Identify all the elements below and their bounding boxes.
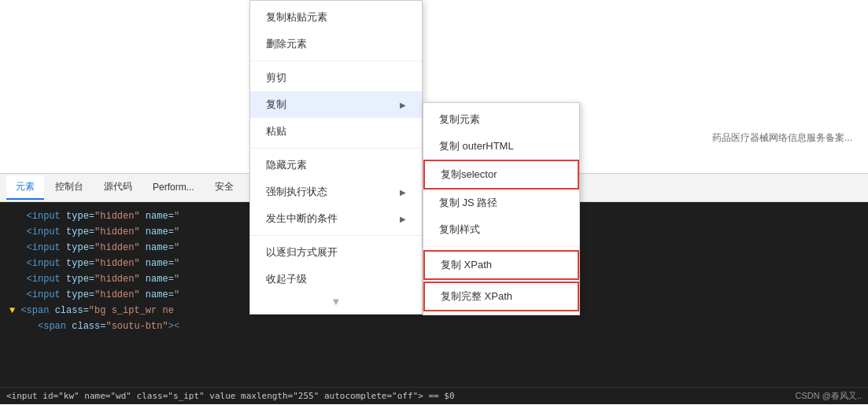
tab-elements[interactable]: 元素 <box>6 175 44 200</box>
tab-sources[interactable]: 源代码 <box>94 175 142 200</box>
submenu-arrow-copy: ▶ <box>400 101 406 109</box>
menu-item-copy-outerhtml[interactable]: 复制 outerHTML <box>423 133 579 160</box>
scroll-down-indicator: ▼ <box>250 293 422 311</box>
tab-console[interactable]: 控制台 <box>46 175 93 200</box>
menu-item-delete[interactable]: 删除元素 <box>250 31 422 57</box>
tab-performance[interactable]: Perform... <box>143 177 204 199</box>
menu-item-copy[interactable]: 复制 ▶ <box>250 91 422 118</box>
menu-item-copy-full-xpath[interactable]: 复制完整 XPath <box>423 282 579 311</box>
code-line-8: <span class="soutu-btn">< <box>9 318 859 334</box>
tab-security[interactable]: 安全 <box>205 175 243 200</box>
menu-item-expand[interactable]: 以逐归方式展开 <box>250 239 422 266</box>
breadcrumb: <input id="kw" name="wd" class="s_ipt" v… <box>6 391 792 401</box>
devtools-status-bar: <input id="kw" name="wd" class="s_ipt" v… <box>0 387 868 404</box>
context-menu-secondary: 复制元素 复制 outerHTML 复制selector 复制 JS 路径 复制… <box>423 102 580 315</box>
menu-divider-1 <box>250 61 422 61</box>
menu-item-copy-styles[interactable]: 复制样式 <box>423 216 579 243</box>
secondary-menu-divider <box>423 246 579 247</box>
menu-item-hide[interactable]: 隐藏元素 <box>250 152 422 179</box>
context-menu-primary: 复制粘贴元素 删除元素 剪切 复制 ▶ 粘贴 隐藏元素 强制执行状态 ▶ 发生中… <box>249 0 423 315</box>
menu-item-copy-paste[interactable]: 复制粘贴元素 <box>250 4 422 31</box>
csdn-watermark: CSDN @春风又.. <box>795 390 862 402</box>
submenu-arrow-break: ▶ <box>400 215 406 223</box>
menu-item-collapse[interactable]: 收起子级 <box>250 266 422 293</box>
menu-item-copy-js-path[interactable]: 复制 JS 路径 <box>423 190 579 216</box>
menu-item-break-condition[interactable]: 发生中断的条件 ▶ <box>250 205 422 232</box>
submenu-arrow-force: ▶ <box>400 188 406 197</box>
menu-item-cut[interactable]: 剪切 <box>250 64 422 91</box>
menu-item-copy-xpath[interactable]: 复制 XPath <box>423 250 579 280</box>
menu-item-force-state[interactable]: 强制执行状态 ▶ <box>250 179 422 205</box>
menu-item-paste[interactable]: 粘贴 <box>250 118 422 145</box>
menu-divider-2 <box>250 148 422 149</box>
footer-right-text: 药品医疗器械网络信息服务备案... <box>712 122 852 153</box>
menu-item-copy-element[interactable]: 复制元素 <box>423 106 579 133</box>
menu-divider-3 <box>250 235 422 236</box>
menu-item-copy-selector[interactable]: 复制selector <box>423 160 579 190</box>
